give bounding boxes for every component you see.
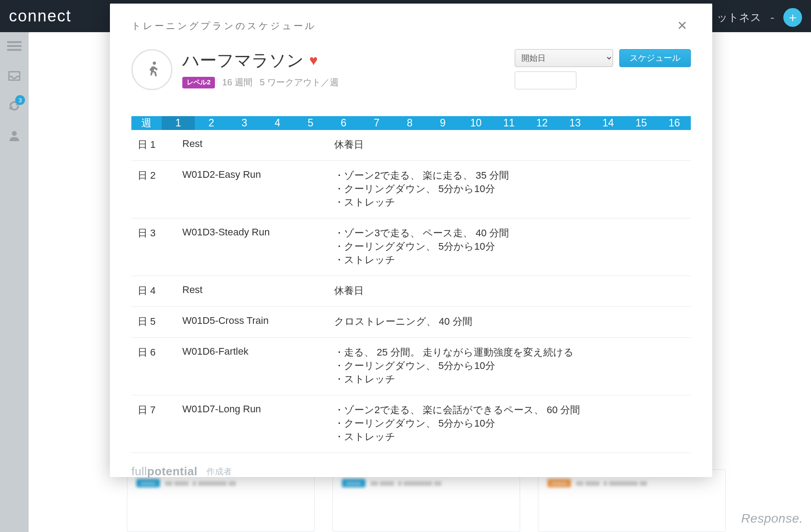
workouts-per-week: 5 ワークアウト／週 <box>260 76 339 88</box>
workout-description: ・ゾーン2で走る、 楽に走る、 35 分間・クーリングダウン、 5分から10分・… <box>334 169 687 209</box>
week-tab-15[interactable]: 15 <box>625 116 658 130</box>
day-number: 日 1 <box>138 138 182 151</box>
workout-name: W01D7-Long Run <box>182 403 334 444</box>
workout-description: 休養日 <box>334 138 687 151</box>
schedule-modal: トレーニングプランのスケジュール ✕ ハーフマラソン ♥ レベル2 16 週間 … <box>110 4 712 477</box>
workout-name: Rest <box>182 284 334 297</box>
workout-description: 休養日 <box>334 284 687 297</box>
running-icon <box>131 49 172 90</box>
author-label: 作成者 <box>206 466 232 478</box>
workout-name: Rest <box>182 138 334 151</box>
bg-card: xxxxxxx xxxx x xxxxxxxx xx <box>127 469 315 532</box>
date-input[interactable] <box>515 71 576 89</box>
day-number: 日 4 <box>138 284 182 297</box>
inbox-icon[interactable] <box>7 69 21 83</box>
week-tab-12[interactable]: 12 <box>525 116 559 130</box>
heart-icon[interactable]: ♥ <box>309 52 318 69</box>
close-icon[interactable]: ✕ <box>673 20 691 32</box>
workout-description: ・ゾーン3で走る、 ペース走、 40 分間・クーリングダウン、 5分から10分・… <box>334 226 687 267</box>
week-column-label: 週 <box>131 116 162 130</box>
week-tab-7[interactable]: 7 <box>360 116 393 130</box>
bg-card: xxxxxxx xxxx x xxxxxxxx xx <box>332 469 520 532</box>
day-row: 日 2W01D2-Easy Run・ゾーン2で走る、 楽に走る、 35 分間・ク… <box>131 161 691 218</box>
svg-point-4 <box>153 62 156 65</box>
week-tab-6[interactable]: 6 <box>327 116 360 130</box>
week-tab-8[interactable]: 8 <box>393 116 426 130</box>
schedule-button[interactable]: スケジュール <box>619 49 691 67</box>
workout-name: W01D2-Easy Run <box>182 169 334 209</box>
plan-duration: 16 週間 <box>222 76 252 88</box>
week-tabs: 週 12345678910111213141516 <box>131 116 691 130</box>
sync-icon[interactable]: 3 <box>7 99 21 113</box>
workout-name: W01D6-Fartlek <box>182 346 334 386</box>
week-tab-1[interactable]: 1 <box>162 116 195 130</box>
sync-badge: 3 <box>15 95 25 105</box>
level-badge: レベル2 <box>182 77 215 88</box>
add-button[interactable]: ＋ <box>783 8 802 27</box>
week-tab-11[interactable]: 11 <box>492 116 525 130</box>
workout-description: ・走る、 25 分間。 走りながら運動強度を変え続ける・クーリングダウン、 5分… <box>334 346 687 386</box>
plan-title: ハーフマラソン <box>182 49 304 72</box>
day-row: 日 1Rest休養日 <box>131 130 691 161</box>
nav-label: ットネス <box>717 10 761 25</box>
day-number: 日 2 <box>138 169 182 209</box>
week-tab-5[interactable]: 5 <box>294 116 327 130</box>
day-row: 日 7W01D7-Long Run・ゾーン2で走る、 楽に会話ができるペース、 … <box>131 395 691 453</box>
svg-rect-0 <box>7 41 21 43</box>
svg-rect-1 <box>7 45 21 47</box>
day-row: 日 3W01D3-Steady Run・ゾーン3で走る、 ペース走、 40 分間… <box>131 218 691 276</box>
week-tab-10[interactable]: 10 <box>459 116 492 130</box>
day-row: 日 6W01D6-Fartlek・走る、 25 分間。 走りながら運動強度を変え… <box>131 338 691 395</box>
workout-description: クロストレーニング、 40 分間 <box>334 315 687 328</box>
start-date-select[interactable]: 開始日 <box>515 49 613 67</box>
week-tab-9[interactable]: 9 <box>426 116 459 130</box>
menu-icon[interactable] <box>7 39 21 53</box>
app-logo: connect <box>9 7 71 25</box>
week-tab-14[interactable]: 14 <box>592 116 625 130</box>
day-number: 日 7 <box>138 403 182 444</box>
watermark: Response. <box>741 511 803 526</box>
dash-icon: - <box>770 10 774 25</box>
workout-description: ・ゾーン2で走る、 楽に会話ができるペース、 60 分間・クーリングダウン、 5… <box>334 403 687 444</box>
workout-name: W01D3-Steady Run <box>182 226 334 267</box>
week-tab-3[interactable]: 3 <box>228 116 261 130</box>
week-tab-2[interactable]: 2 <box>195 116 228 130</box>
day-table: 日 1Rest休養日日 2W01D2-Easy Run・ゾーン2で走る、 楽に走… <box>131 130 691 453</box>
sidebar: 3 <box>0 32 29 532</box>
provider-logo: fullpotential <box>131 465 197 478</box>
profile-icon[interactable] <box>7 129 21 143</box>
day-number: 日 5 <box>138 315 182 328</box>
day-number: 日 6 <box>138 346 182 386</box>
week-tab-13[interactable]: 13 <box>559 116 592 130</box>
day-number: 日 3 <box>138 226 182 267</box>
bg-card: xxxxxxx xxxx x xxxxxxxx xx <box>538 469 726 532</box>
svg-rect-2 <box>7 49 21 51</box>
week-tab-16[interactable]: 16 <box>658 116 691 130</box>
modal-title: トレーニングプランのスケジュール <box>131 20 316 32</box>
week-tab-4[interactable]: 4 <box>261 116 294 130</box>
day-row: 日 5W01D5-Cross Trainクロストレーニング、 40 分間 <box>131 307 691 338</box>
svg-point-3 <box>12 131 17 136</box>
workout-name: W01D5-Cross Train <box>182 315 334 328</box>
day-row: 日 4Rest休養日 <box>131 276 691 307</box>
